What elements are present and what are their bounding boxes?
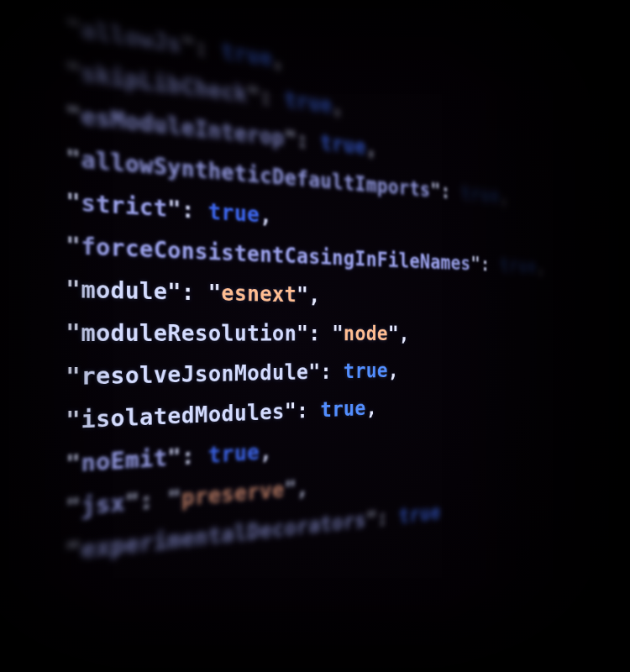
json-bool-value: true xyxy=(344,359,388,383)
json-bool-value: true xyxy=(208,439,260,468)
json-bool-value: true xyxy=(285,87,333,118)
json-key: allowJs xyxy=(81,16,181,58)
json-bool-value: true xyxy=(320,130,365,159)
json-key: resolveJsonModule xyxy=(81,360,308,390)
json-bool-value: true xyxy=(500,254,537,276)
json-key: moduleResolution xyxy=(81,319,297,346)
json-bool-value: true xyxy=(221,38,272,71)
json-bool-value: true xyxy=(399,501,441,528)
json-bool-value: true xyxy=(461,181,500,207)
json-string-value: node xyxy=(344,322,388,345)
json-key: jsx xyxy=(81,490,125,521)
json-bool-value: true xyxy=(320,396,365,423)
json-string-value: preserve xyxy=(181,477,285,511)
json-key: module xyxy=(81,276,167,305)
json-bool-value: true xyxy=(208,198,260,227)
code-editor-photo: "allowJs": true,"skipLibCheck": true,"es… xyxy=(0,0,630,672)
json-key: isolatedModules xyxy=(81,399,284,433)
json-key: noEmit xyxy=(81,444,167,476)
json-key: strict xyxy=(81,189,167,222)
json-string-value: esnext xyxy=(221,281,297,307)
code-sheet: "allowJs": true,"skipLibCheck": true,"es… xyxy=(0,0,582,606)
